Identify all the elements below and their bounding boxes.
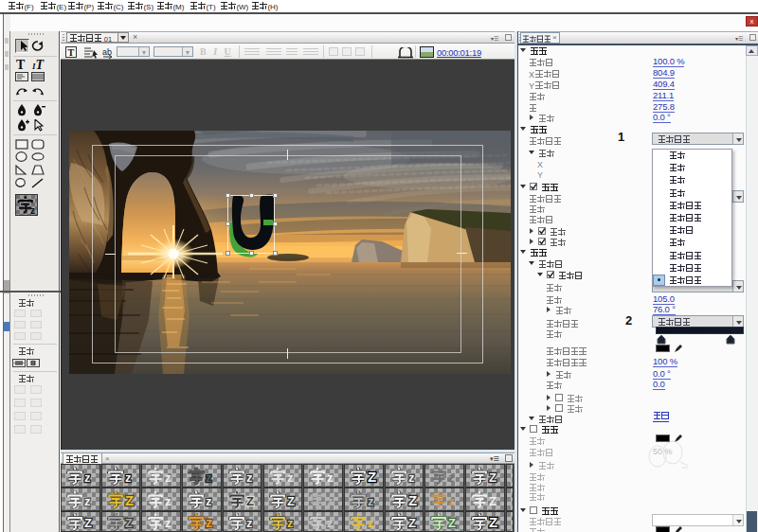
svg-text:z: z bbox=[327, 470, 334, 485]
svg-text:Z: Z bbox=[408, 516, 416, 530]
svg-text:Z: Z bbox=[408, 492, 417, 508]
svg-text:Z: Z bbox=[287, 494, 295, 508]
svg-text:z: z bbox=[368, 516, 374, 530]
svg-text:z: z bbox=[287, 470, 294, 485]
svg-text:z: z bbox=[206, 494, 212, 508]
svg-text:Z: Z bbox=[125, 516, 133, 530]
svg-text:z: z bbox=[246, 516, 253, 530]
svg-text:z: z bbox=[84, 494, 91, 508]
svg-text:Z: Z bbox=[125, 492, 134, 508]
svg-text:z: z bbox=[30, 205, 35, 215]
svg-text:z: z bbox=[327, 516, 334, 530]
svg-text:z: z bbox=[165, 516, 171, 530]
svg-text:Z: Z bbox=[489, 470, 496, 485]
svg-text:Z: Z bbox=[489, 514, 497, 530]
svg-text:z: z bbox=[408, 470, 415, 485]
svg-text:z: z bbox=[448, 470, 455, 485]
svg-text:Z: Z bbox=[368, 469, 376, 485]
svg-text:z: z bbox=[165, 494, 171, 508]
svg-text:Z: Z bbox=[84, 516, 92, 530]
svg-text:z: z bbox=[84, 470, 91, 485]
svg-text:T: T bbox=[68, 47, 75, 58]
svg-text:z: z bbox=[246, 470, 253, 485]
svg-text:z: z bbox=[327, 494, 334, 508]
svg-text:z: z bbox=[165, 470, 171, 485]
svg-text:Z: Z bbox=[246, 494, 254, 508]
svg-text:z: z bbox=[368, 494, 374, 508]
svg-text:z: z bbox=[448, 494, 455, 508]
svg-text:z: z bbox=[125, 470, 132, 485]
svg-text:z: z bbox=[206, 514, 213, 530]
svg-text:Z: Z bbox=[489, 494, 496, 508]
svg-text:Z: Z bbox=[448, 516, 456, 530]
svg-text:z: z bbox=[206, 470, 212, 485]
svg-text:z: z bbox=[287, 516, 294, 530]
